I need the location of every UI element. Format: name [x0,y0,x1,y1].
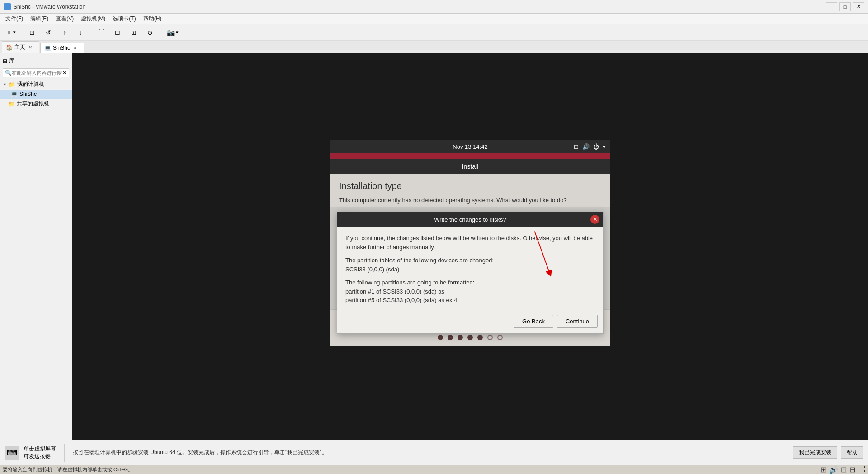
install-body: Installation type This computer currentl… [330,174,610,309]
toolbar-sep-2 [91,27,91,38]
fullscreen-status-icon: ⛶ [858,465,865,474]
tab-home-close[interactable]: ✕ [27,44,33,51]
search-clear-icon[interactable]: ✕ [62,70,67,76]
network-icon: ⊞ [574,143,579,150]
toolbar-up-btn[interactable]: ↑ [57,26,72,39]
toolbar-refresh-btn[interactable]: ↺ [41,26,56,39]
sidebar-header: ⊞ 库 [0,55,72,66]
dot-4 [467,335,473,340]
dot-1 [438,335,443,340]
menu-edit[interactable]: 编辑(E) [27,14,52,24]
help-button[interactable]: 帮助 [841,446,863,459]
system-bar: 要将输入定向到虚拟机，请在虚拟机内部单击或按 Ctrl+G。 ⊞ 🔊 ⊡ ⊟ ⛶ [0,465,868,474]
go-back-button[interactable]: Go Back [514,315,553,328]
dialog-device1: SCSI33 (0,0,0) (sda) [345,266,399,273]
status-description: 按照在物理计算机中的步骤安装 Ubuntu 64 位。安装完成后，操作系统会进行… [73,449,788,456]
menu-view[interactable]: 查看(V) [52,14,77,24]
close-button[interactable]: ✕ [853,2,864,11]
display-icon: ⊙ [146,28,154,37]
menu-vm[interactable]: 虚拟机(M) [77,14,109,24]
menu-bar: 文件(F) 编辑(E) 查看(V) 虚拟机(M) 选项卡(T) 帮助(H) [0,14,868,24]
tab-shishc-text: ShiShc [53,45,70,51]
window-controls: ─ □ ✕ [826,2,864,11]
toolbar-down-btn[interactable]: ↓ [74,26,88,39]
system-hint: 要将输入定向到虚拟机，请在虚拟机内部单击或按 Ctrl+G。 [3,466,133,473]
dialog-paragraph-2: The partition tables of the following de… [345,256,595,274]
done-install-button[interactable]: 我已完成安装 [793,446,837,459]
main-layout: ⊞ 库 🔍 ✕ ▼ 📁 我的计算机 💻 ShiShc 📁 共享的虚拟机 Nov [0,53,868,440]
status-hint-line2: 可发送按键 [24,453,56,460]
minimize-button[interactable]: ─ [826,2,837,11]
sidebar-item-shared-vms[interactable]: 📁 共享的虚拟机 [0,99,72,109]
settings-icon: ⊡ [28,28,36,37]
toolbar-snap-btn[interactable]: 📷 ▾ [163,26,182,39]
network-status-icon: ⊞ [821,465,826,474]
dot-3 [458,335,463,340]
vm-screen[interactable]: Nov 13 14:42 ⊞ 🔊 ⏻ ▾ Install Installatio… [330,140,610,353]
menu-tabs[interactable]: 选项卡(T) [109,14,139,24]
snap-icon: 📷 [166,28,175,37]
vm-icon: 💻 [11,91,18,97]
tab-home-label: 🏠 [6,44,13,51]
down-icon: ↓ [77,28,85,37]
status-right-buttons: 我已完成安装 帮助 [793,446,863,459]
toolbar-settings-btn[interactable]: ⊡ [25,26,39,39]
audio-status-icon: 🔊 [829,465,838,474]
toolbar-pause-btn[interactable]: ⏸ ▾ [4,26,19,39]
dialog-p3-text: The following partitions are going to be… [345,279,474,286]
vmware-icon [4,3,11,10]
sidebar: ⊞ 库 🔍 ✕ ▼ 📁 我的计算机 💻 ShiShc 📁 共享的虚拟机 [0,53,72,440]
search-input[interactable] [12,70,62,76]
sidebar-item-shishc-label: ShiShc [19,91,37,97]
topbar-down-icon: ▾ [603,143,606,150]
sidebar-item-my-computer[interactable]: ▼ 📁 我的计算机 [0,79,72,90]
tab-shishc-close[interactable]: ✕ [72,45,78,51]
install-header: Install [330,159,610,174]
window-title: ShiShc - VMware Workstation [14,4,85,10]
dialog-content: If you continue, the changes listed belo… [337,227,603,311]
up-icon: ↑ [61,28,69,37]
dot-5 [477,335,483,340]
ubuntu-time: Nov 13 14:42 [453,143,487,150]
tab-shishc-icon: 💻 [44,45,51,51]
fit-icon: ⊟ [113,28,122,37]
expand-arrow-icon: ▼ [3,82,7,87]
sidebar-item-my-computer-label: 我的计算机 [17,81,44,88]
sidebar-header-label: 库 [9,57,14,65]
pause-icon: ⏸ [7,30,12,35]
menu-file[interactable]: 文件(F) [2,14,27,24]
maximize-button[interactable]: □ [839,2,851,11]
sidebar-header-icon: ⊞ [3,58,7,64]
search-icon: 🔍 [5,70,12,76]
system-status-icons: ⊞ 🔊 ⊡ ⊟ ⛶ [821,465,865,474]
sidebar-item-shishc[interactable]: 💻 ShiShc [0,90,72,99]
menu-help[interactable]: 帮助(H) [140,14,165,24]
write-changes-dialog: Write the changes to disks? ✕ If you con… [337,212,604,334]
installation-type-heading: Installation type [339,181,601,191]
continue-button[interactable]: Continue [557,315,598,328]
sidebar-search[interactable]: 🔍 ✕ [3,68,69,77]
power-icon: ⏻ [593,143,599,150]
snap-arrow: ▾ [176,29,179,35]
content-area: Nov 13 14:42 ⊞ 🔊 ⏻ ▾ Install Installatio… [72,53,868,440]
dialog-close-button[interactable]: ✕ [590,215,599,224]
toolbar-fullscreen-btn[interactable]: ⛶ [94,26,108,39]
sidebar-item-shared-vms-label: 共享的虚拟机 [17,100,49,108]
tab-shishc[interactable]: 💻 ShiShc ✕ [40,43,84,53]
status-hint-line1: 单击虚拟屏幕 [24,445,56,453]
unity-icon: ⊞ [130,28,138,37]
toolbar-display-btn[interactable]: ⊙ [143,26,157,39]
folder-icon: 📁 [9,81,15,88]
dialog-partition1: partition #1 of SCSI33 (0,0,0) (sda) as [345,288,444,295]
dot-6 [487,335,493,340]
fullscreen-icon: ⛶ [97,28,105,37]
dialog-p2-text: The partition tables of the following de… [345,257,494,264]
tab-home-text: 主页 [14,43,25,51]
toolbar-fit-btn[interactable]: ⊟ [110,26,125,39]
toolbar-unity-btn[interactable]: ⊞ [127,26,141,39]
status-bar: ⌨ 单击虚拟屏幕 可发送按键 按照在物理计算机中的步骤安装 Ubuntu 64 … [0,440,868,465]
refresh-icon: ↺ [44,28,52,37]
tab-home[interactable]: 🏠 主页 ✕ [2,41,39,53]
dialog-title-text: Write the changes to disks? [434,216,506,223]
ubuntu-redbar [330,153,610,159]
